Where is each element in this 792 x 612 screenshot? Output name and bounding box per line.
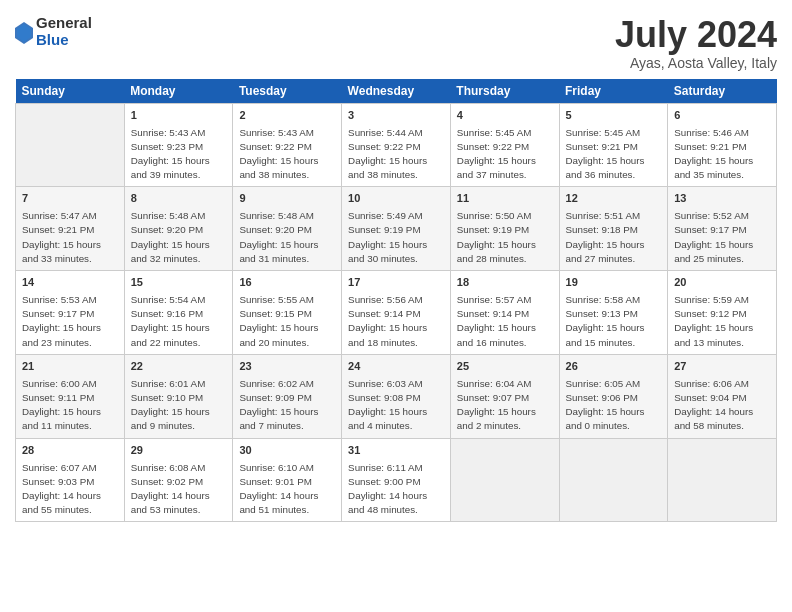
day-detail: Sunrise: 5:51 AM: [566, 209, 662, 223]
calendar-cell: 31Sunrise: 6:11 AMSunset: 9:00 PMDayligh…: [342, 438, 451, 522]
day-detail: Sunrise: 6:01 AM: [131, 377, 227, 391]
day-detail: Daylight: 15 hours: [22, 321, 118, 335]
day-detail: and 36 minutes.: [566, 168, 662, 182]
day-detail: Sunset: 9:19 PM: [348, 223, 444, 237]
calendar-cell: 21Sunrise: 6:00 AMSunset: 9:11 PMDayligh…: [16, 354, 125, 438]
calendar-week-row: 1Sunrise: 5:43 AMSunset: 9:23 PMDaylight…: [16, 103, 777, 187]
day-detail: Sunrise: 5:48 AM: [131, 209, 227, 223]
day-detail: Sunrise: 5:50 AM: [457, 209, 553, 223]
day-detail: Sunset: 9:01 PM: [239, 475, 335, 489]
day-detail: Sunset: 9:12 PM: [674, 307, 770, 321]
day-detail: Sunrise: 5:58 AM: [566, 293, 662, 307]
day-detail: Daylight: 14 hours: [674, 405, 770, 419]
day-number: 11: [457, 191, 553, 207]
day-number: 2: [239, 108, 335, 124]
day-detail: Sunset: 9:10 PM: [131, 391, 227, 405]
day-number: 15: [131, 275, 227, 291]
calendar-cell: 17Sunrise: 5:56 AMSunset: 9:14 PMDayligh…: [342, 271, 451, 355]
day-detail: and 15 minutes.: [566, 336, 662, 350]
day-detail: Daylight: 15 hours: [348, 238, 444, 252]
calendar-cell: 8Sunrise: 5:48 AMSunset: 9:20 PMDaylight…: [124, 187, 233, 271]
logo-blue: Blue: [36, 32, 92, 49]
day-detail: Sunrise: 6:06 AM: [674, 377, 770, 391]
day-detail: Sunrise: 6:00 AM: [22, 377, 118, 391]
day-detail: Sunrise: 6:07 AM: [22, 461, 118, 475]
day-detail: Sunset: 9:08 PM: [348, 391, 444, 405]
day-detail: Sunrise: 5:43 AM: [239, 126, 335, 140]
day-detail: and 22 minutes.: [131, 336, 227, 350]
calendar-cell: 23Sunrise: 6:02 AMSunset: 9:09 PMDayligh…: [233, 354, 342, 438]
day-number: 21: [22, 359, 118, 375]
day-number: 20: [674, 275, 770, 291]
day-detail: Sunset: 9:22 PM: [239, 140, 335, 154]
day-detail: Sunset: 9:06 PM: [566, 391, 662, 405]
day-number: 10: [348, 191, 444, 207]
header-thursday: Thursday: [450, 79, 559, 104]
day-detail: Sunset: 9:13 PM: [566, 307, 662, 321]
calendar-week-row: 7Sunrise: 5:47 AMSunset: 9:21 PMDaylight…: [16, 187, 777, 271]
title-block: July 2024 Ayas, Aosta Valley, Italy: [615, 15, 777, 71]
day-detail: Daylight: 15 hours: [22, 238, 118, 252]
day-number: 19: [566, 275, 662, 291]
main-title: July 2024: [615, 15, 777, 55]
day-detail: Sunrise: 5:47 AM: [22, 209, 118, 223]
day-detail: Daylight: 15 hours: [457, 154, 553, 168]
day-detail: Sunset: 9:17 PM: [674, 223, 770, 237]
day-detail: Sunrise: 5:57 AM: [457, 293, 553, 307]
calendar-cell: 13Sunrise: 5:52 AMSunset: 9:17 PMDayligh…: [668, 187, 777, 271]
day-detail: and 35 minutes.: [674, 168, 770, 182]
logo-general: General: [36, 15, 92, 32]
day-detail: and 0 minutes.: [566, 419, 662, 433]
calendar-cell: 4Sunrise: 5:45 AMSunset: 9:22 PMDaylight…: [450, 103, 559, 187]
day-detail: Daylight: 15 hours: [457, 238, 553, 252]
day-detail: Sunrise: 5:44 AM: [348, 126, 444, 140]
calendar-cell: 10Sunrise: 5:49 AMSunset: 9:19 PMDayligh…: [342, 187, 451, 271]
day-detail: Daylight: 15 hours: [239, 405, 335, 419]
day-number: 9: [239, 191, 335, 207]
calendar-cell: 28Sunrise: 6:07 AMSunset: 9:03 PMDayligh…: [16, 438, 125, 522]
day-detail: and 51 minutes.: [239, 503, 335, 517]
day-number: 31: [348, 443, 444, 459]
day-detail: and 32 minutes.: [131, 252, 227, 266]
day-detail: Sunset: 9:11 PM: [22, 391, 118, 405]
day-number: 14: [22, 275, 118, 291]
day-detail: and 48 minutes.: [348, 503, 444, 517]
day-detail: and 13 minutes.: [674, 336, 770, 350]
day-number: 5: [566, 108, 662, 124]
logo: General Blue: [15, 15, 92, 48]
calendar-cell: 30Sunrise: 6:10 AMSunset: 9:01 PMDayligh…: [233, 438, 342, 522]
day-detail: Sunrise: 5:43 AM: [131, 126, 227, 140]
calendar-table: SundayMondayTuesdayWednesdayThursdayFrid…: [15, 79, 777, 523]
day-detail: Sunset: 9:07 PM: [457, 391, 553, 405]
day-detail: Sunset: 9:17 PM: [22, 307, 118, 321]
day-detail: and 25 minutes.: [674, 252, 770, 266]
day-detail: Sunset: 9:19 PM: [457, 223, 553, 237]
calendar-cell: 2Sunrise: 5:43 AMSunset: 9:22 PMDaylight…: [233, 103, 342, 187]
calendar-cell: [450, 438, 559, 522]
calendar-cell: 24Sunrise: 6:03 AMSunset: 9:08 PMDayligh…: [342, 354, 451, 438]
day-detail: and 4 minutes.: [348, 419, 444, 433]
day-detail: Sunset: 9:16 PM: [131, 307, 227, 321]
day-detail: Sunrise: 6:02 AM: [239, 377, 335, 391]
logo-icon: [15, 22, 33, 44]
day-detail: Sunset: 9:02 PM: [131, 475, 227, 489]
day-number: 6: [674, 108, 770, 124]
day-detail: Daylight: 15 hours: [131, 321, 227, 335]
day-detail: Daylight: 15 hours: [457, 405, 553, 419]
day-detail: Sunrise: 5:55 AM: [239, 293, 335, 307]
day-detail: Sunset: 9:22 PM: [348, 140, 444, 154]
calendar-cell: 12Sunrise: 5:51 AMSunset: 9:18 PMDayligh…: [559, 187, 668, 271]
day-detail: Daylight: 15 hours: [674, 154, 770, 168]
day-detail: Sunset: 9:21 PM: [22, 223, 118, 237]
header-sunday: Sunday: [16, 79, 125, 104]
calendar-week-row: 21Sunrise: 6:00 AMSunset: 9:11 PMDayligh…: [16, 354, 777, 438]
day-detail: Daylight: 15 hours: [239, 154, 335, 168]
day-number: 8: [131, 191, 227, 207]
day-detail: Daylight: 15 hours: [348, 405, 444, 419]
day-number: 29: [131, 443, 227, 459]
day-number: 13: [674, 191, 770, 207]
calendar-cell: 20Sunrise: 5:59 AMSunset: 9:12 PMDayligh…: [668, 271, 777, 355]
day-detail: and 53 minutes.: [131, 503, 227, 517]
day-number: 17: [348, 275, 444, 291]
day-detail: and 7 minutes.: [239, 419, 335, 433]
